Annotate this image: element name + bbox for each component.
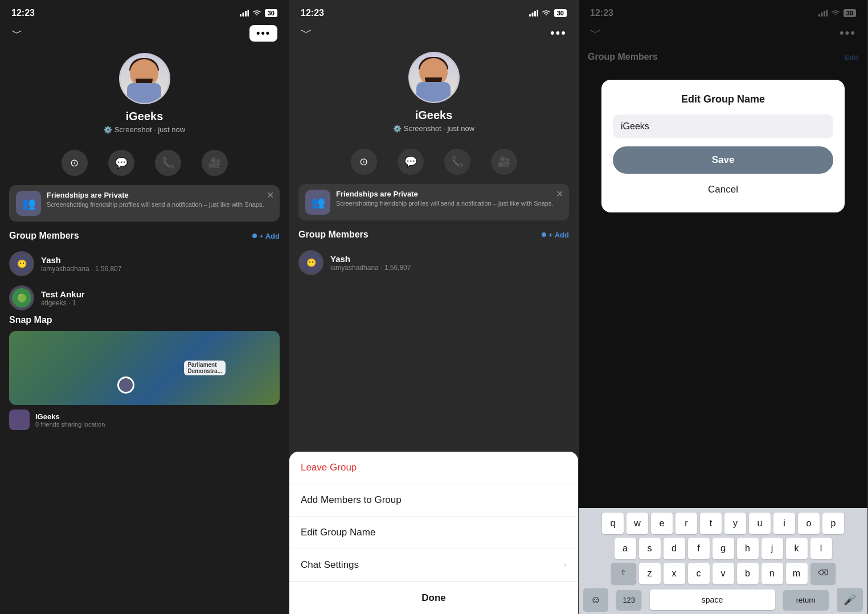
svg-rect-2 [245,11,247,17]
profile-section-1: iGeeks ⚙️ Screenshot · just now [0,48,289,143]
key-w[interactable]: w [627,513,648,534]
key-o[interactable]: o [798,513,820,534]
avatar-1 [119,53,170,104]
on-screen-keyboard: q w e r t y u i o p a s d f g h j k l ⇧ … [579,508,867,614]
key-g[interactable]: g [713,538,734,559]
menu-dots-button-1[interactable]: ••• [249,25,277,42]
done-button[interactable]: Done [289,582,578,614]
camera-button-2[interactable]: ⊙ [351,149,377,175]
dialog-title: Edit Group Name [613,93,833,105]
leave-group-button[interactable]: Leave Group [289,452,578,484]
svg-rect-6 [534,11,536,17]
group-name-input[interactable] [613,114,833,138]
emoji-key[interactable]: ☺ [583,588,608,612]
key-i[interactable]: i [773,513,795,534]
svg-rect-5 [531,13,533,17]
top-nav-2: ﹀ ••• [289,23,578,47]
chevron-icon-1[interactable]: ﹀ [11,26,23,41]
add-member-button-2[interactable]: + Add [542,231,569,239]
numbers-key[interactable]: 123 [616,590,641,610]
key-r[interactable]: r [675,513,697,534]
panel-2: 12:23 30 ﹀ ••• [289,0,579,614]
key-k[interactable]: k [786,538,808,559]
chevron-icon-2[interactable]: ﹀ [301,25,312,40]
keyboard-row-3: ⇧ z x c v b n m ⌫ [581,563,865,584]
profile-subtitle-1: ⚙️ Screenshot · just now [104,125,185,134]
add-member-button-1[interactable]: + Add [252,232,280,240]
status-icons-2: 30 [529,9,567,17]
key-y[interactable]: y [724,513,746,534]
cancel-button[interactable]: Cancel [613,176,833,203]
key-n[interactable]: n [761,563,783,584]
key-c[interactable]: c [688,563,710,584]
key-v[interactable]: v [713,563,734,584]
key-e[interactable]: e [651,513,673,534]
add-dot-1 [252,234,257,238]
return-key[interactable]: return [783,590,829,610]
phone-button-2[interactable]: 📞 [444,149,470,175]
snap-map-title-1: Snap Map [9,315,52,325]
microphone-key[interactable]: 🎤 [837,588,863,612]
edit-group-name-button[interactable]: Edit Group Name [289,517,578,549]
notif-close-1[interactable]: ✕ [267,190,274,200]
member-info-ankur-1: Test Ankur atigeeks · 1 [41,289,85,307]
member-yash-1: 😶 Yash iamyashadhana · 1,56,807 [0,247,289,281]
key-u[interactable]: u [749,513,771,534]
svg-rect-1 [242,13,244,17]
shift-key[interactable]: ⇧ [611,563,636,584]
top-nav-1: ﹀ ••• [0,23,289,48]
menu-dots-2[interactable]: ••• [550,26,567,40]
status-bar-2: 12:23 30 [289,0,578,23]
key-t[interactable]: t [700,513,722,534]
notif-banner-2: 👥 Friendships are Private Screenshotting… [298,184,569,220]
chat-settings-button[interactable]: Chat Settings › [289,549,578,582]
map-container-1[interactable]: ParliamentDemonstra... [9,331,280,405]
phone-button-1[interactable]: 📞 [155,150,181,176]
member-info-yash-1: Yash iamyashadhana · 1,56,807 [41,255,121,273]
avatar-2 [408,52,460,103]
key-a[interactable]: a [615,538,636,559]
status-bar-1: 12:23 30 [0,0,289,23]
notif-text-2: Friendships are Private Screenshotting f… [336,190,554,207]
wifi-icon-1 [252,10,262,17]
battery-badge-1: 30 [265,9,277,17]
add-members-button[interactable]: Add Members to Group [289,484,578,517]
group-members-header-2: Group Members + Add [289,230,578,245]
status-icons-1: 30 [240,9,277,17]
key-z[interactable]: z [639,563,661,584]
key-f[interactable]: f [688,538,710,559]
video-button-2[interactable]: 🎥 [491,149,517,175]
space-key[interactable]: space [650,590,775,610]
panel-1: 12:23 30 ﹀ ••• [0,0,289,614]
profile-section-2: iGeeks ⚙️ Screenshot · just now [289,47,578,142]
key-p[interactable]: p [822,513,844,534]
keyboard-row-1: q w e r t y u i o p [581,513,865,534]
video-button-1[interactable]: 🎥 [202,150,228,176]
key-l[interactable]: l [810,538,832,559]
key-m[interactable]: m [786,563,808,584]
keyboard-row-2: a s d f g h j k l [581,538,865,559]
camera-button-1[interactable]: ⊙ [62,150,88,176]
chat-button-2[interactable]: 💬 [398,149,424,175]
member-avatar-yash-2: 😶 [298,250,324,275]
map-footer-text-1: iGeeks 0 friends sharing location [35,412,105,428]
key-h[interactable]: h [737,538,759,559]
key-j[interactable]: j [761,538,783,559]
key-d[interactable]: d [664,538,685,559]
chat-settings-row: Chat Settings › [301,559,567,571]
backspace-key[interactable]: ⌫ [810,563,836,584]
key-b[interactable]: b [737,563,759,584]
notif-close-2[interactable]: ✕ [556,189,563,199]
key-s[interactable]: s [639,538,661,559]
key-q[interactable]: q [602,513,624,534]
snap-map-header-1: Snap Map [0,315,289,331]
chat-button-1[interactable]: 💬 [108,150,134,176]
signal-icon-2 [529,10,538,17]
svg-rect-0 [240,14,241,17]
battery-badge-2: 30 [554,9,567,17]
key-x[interactable]: x [664,563,685,584]
snap-map-section-1: Snap Map ParliamentDemonstra... iGeeks 0… [0,315,289,432]
save-button[interactable]: Save [613,146,833,174]
bitmoji-body-2 [416,82,451,102]
member-avatar-yash-1: 😶 [9,251,34,276]
